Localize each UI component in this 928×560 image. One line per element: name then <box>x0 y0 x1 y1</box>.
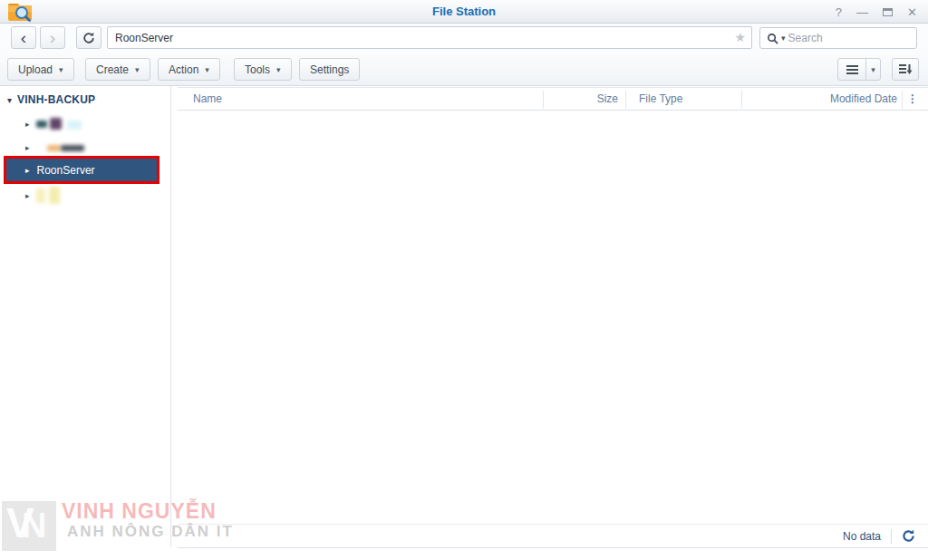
status-bar: No data <box>178 524 928 548</box>
chevron-down-icon: ▾ <box>59 65 63 74</box>
tree-collapsed-caret-icon[interactable]: ▸ <box>25 120 30 129</box>
settings-button[interactable]: Settings <box>299 58 360 81</box>
redacted-label-blur <box>61 145 84 151</box>
address-bar: ★ <box>107 26 752 49</box>
column-options-icon[interactable]: ⋮ <box>904 88 921 111</box>
redacted-label-blur <box>49 187 60 204</box>
chevron-down-icon: ▾ <box>205 65 209 74</box>
refresh-button[interactable] <box>76 26 102 49</box>
tree-expanded-caret-icon[interactable]: ▾ <box>7 95 12 105</box>
chevron-down-icon: ▾ <box>276 65 281 74</box>
watermark-logo: V N <box>2 501 56 551</box>
tree-collapsed-caret-icon[interactable]: ▸ <box>25 191 30 200</box>
redacted-label-blur <box>47 145 61 151</box>
column-divider[interactable] <box>625 91 626 109</box>
search-box: ▾ <box>759 27 917 49</box>
toolbar: Upload ▾ Create ▾ Action ▾ Tools ▾ Setti… <box>0 53 928 86</box>
file-list-body[interactable] <box>178 111 928 524</box>
action-button[interactable]: Action ▾ <box>158 58 220 81</box>
back-icon: ‹ <box>21 29 26 46</box>
minimize-icon[interactable]: — <box>856 6 868 18</box>
upload-button-label: Upload <box>18 63 53 76</box>
action-button-label: Action <box>169 63 198 76</box>
redacted-label-blur <box>67 121 82 130</box>
sidebar-divider <box>170 86 171 547</box>
view-mode-split-button: ▾ <box>837 58 881 81</box>
sidebar-item-label: RoonServer <box>37 164 95 177</box>
tree-collapsed-caret-icon[interactable]: ▸ <box>25 143 30 152</box>
status-divider <box>891 529 892 544</box>
sort-button[interactable] <box>892 58 919 81</box>
server-root-label: VINH-BACKUP <box>17 93 95 106</box>
file-list-header: Name Size File Type Modified Date ⋮ <box>178 87 928 111</box>
refresh-icon <box>902 529 915 543</box>
column-header-name[interactable]: Name <box>193 88 222 111</box>
red-highlight-annotation: ▸ RoonServer <box>4 156 160 184</box>
tools-button-label: Tools <box>245 63 270 76</box>
address-input[interactable] <box>108 27 751 48</box>
file-station-window: File Station ? — ✕ ‹ › ★ <box>0 0 928 560</box>
back-button[interactable]: ‹ <box>11 26 36 49</box>
column-header-modified-date[interactable]: Modified Date <box>741 88 897 111</box>
list-view-icon <box>846 64 859 75</box>
forward-icon: › <box>50 29 55 46</box>
search-input[interactable] <box>788 32 910 44</box>
redacted-label-blur <box>50 118 62 130</box>
sidebar-item-roonserver[interactable]: ▸ RoonServer <box>6 159 157 181</box>
sort-descending-icon <box>898 63 913 75</box>
refresh-icon <box>82 32 95 44</box>
list-view-button[interactable] <box>838 59 865 80</box>
upload-button[interactable]: Upload ▾ <box>7 58 74 81</box>
titlebar: File Station ? — ✕ <box>0 0 928 24</box>
column-header-size[interactable]: Size <box>504 88 618 111</box>
sidebar-item-root-server[interactable]: ▾ VINH-BACKUP <box>7 91 95 109</box>
redacted-label-blur <box>36 121 47 128</box>
create-button[interactable]: Create ▾ <box>85 58 150 81</box>
help-icon[interactable]: ? <box>836 6 842 18</box>
sidebar-item-redacted-1[interactable]: ▸ <box>25 115 161 133</box>
column-header-file-type[interactable]: File Type <box>639 88 682 111</box>
sidebar-item-redacted-2[interactable]: ▸ <box>25 139 161 157</box>
create-button-label: Create <box>96 63 129 76</box>
redacted-label-blur <box>36 188 45 203</box>
status-message: No data <box>843 530 881 543</box>
close-icon[interactable]: ✕ <box>907 6 917 18</box>
maximize-icon[interactable] <box>883 8 893 16</box>
view-mode-caret-button[interactable]: ▾ <box>865 59 880 80</box>
status-refresh-button[interactable] <box>902 529 915 543</box>
search-icon <box>767 33 778 44</box>
chevron-down-icon: ▾ <box>871 65 875 74</box>
watermark-logo-letter: V <box>6 501 34 547</box>
watermark-logo-letter: N <box>22 507 46 546</box>
chevron-down-icon: ▾ <box>135 65 140 74</box>
forward-button[interactable]: › <box>40 26 65 49</box>
column-divider[interactable] <box>902 91 903 109</box>
favorite-star-icon[interactable]: ★ <box>734 30 746 44</box>
window-title: File Station <box>0 0 928 23</box>
sidebar-item-redacted-3[interactable]: ▸ <box>25 187 161 205</box>
window-controls: ? — ✕ <box>836 0 917 24</box>
navigation-bar: ‹ › ★ ▾ <box>0 24 928 53</box>
tree-collapsed-caret-icon[interactable]: ▸ <box>25 166 30 175</box>
search-scope-caret-icon[interactable]: ▾ <box>781 34 786 43</box>
settings-button-label: Settings <box>310 63 349 76</box>
tools-button[interactable]: Tools ▾ <box>234 58 292 81</box>
